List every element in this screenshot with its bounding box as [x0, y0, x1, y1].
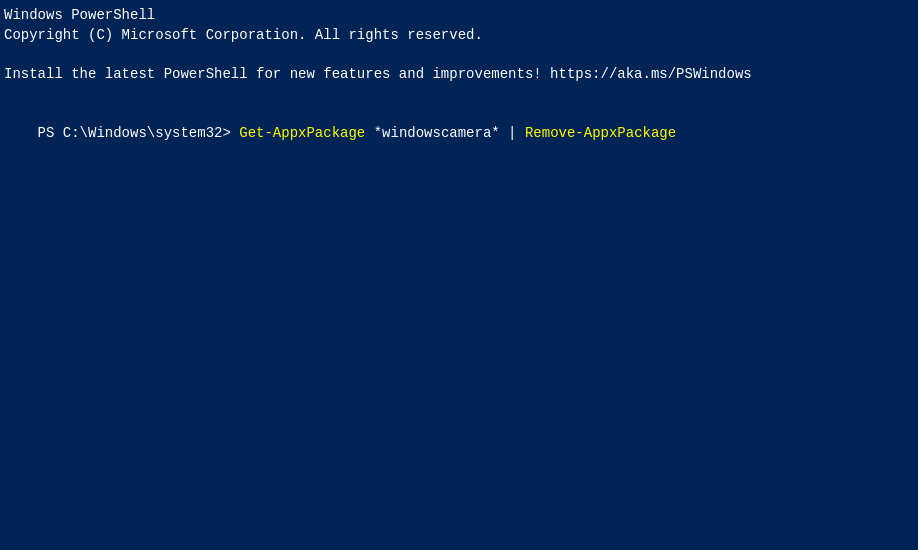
- prompt-text: PS C:\Windows\system32>: [38, 125, 240, 141]
- command-line: PS C:\Windows\system32> Get-AppxPackage …: [4, 104, 914, 163]
- blank-line-2: [4, 84, 914, 104]
- title-line: Windows PowerShell: [4, 6, 914, 26]
- cmdlet-remove: Remove-AppxPackage: [525, 125, 676, 141]
- cmdlet-get: Get-AppxPackage: [239, 125, 365, 141]
- blank-line-1: [4, 45, 914, 65]
- copyright-line: Copyright (C) Microsoft Corporation. All…: [4, 26, 914, 46]
- param-text: *windowscamera* |: [365, 125, 525, 141]
- powershell-terminal[interactable]: Windows PowerShell Copyright (C) Microso…: [0, 0, 918, 550]
- install-line: Install the latest PowerShell for new fe…: [4, 65, 914, 85]
